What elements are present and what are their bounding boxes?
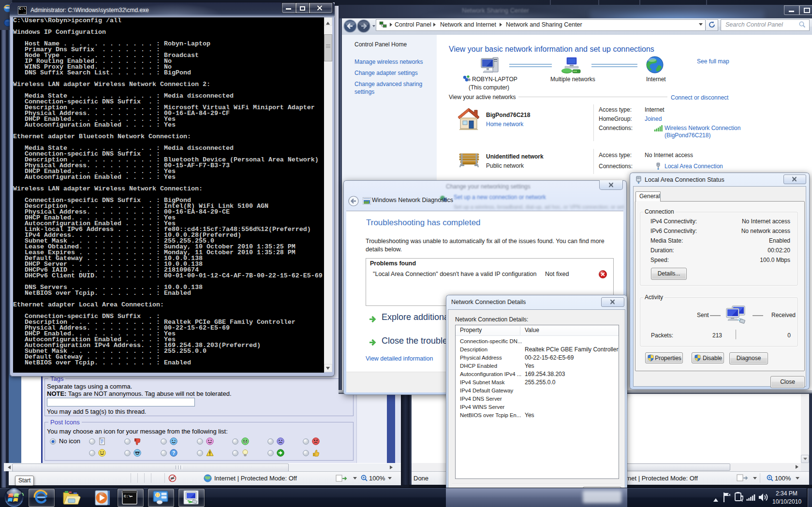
svg-text:?: ?: [172, 450, 175, 456]
